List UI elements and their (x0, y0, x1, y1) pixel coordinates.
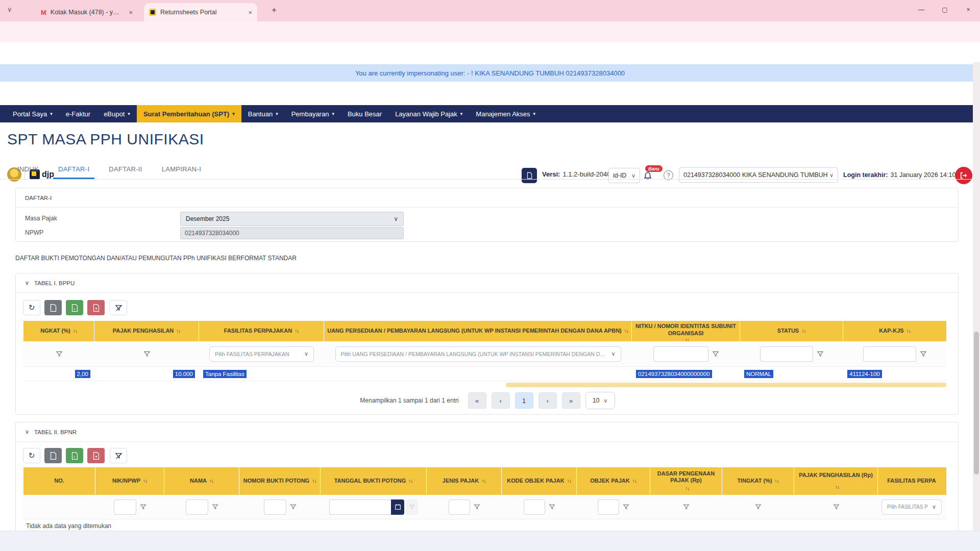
clear-filter-button[interactable] (110, 300, 127, 315)
sort-icon[interactable]: ↑↓ (312, 478, 316, 485)
sort-icon[interactable]: ↑↓ (835, 484, 839, 491)
filter-tingkat2-cell[interactable] (722, 495, 794, 519)
filter-objek-cell (577, 495, 650, 519)
collapse-chevron-icon[interactable]: ∨ (25, 429, 29, 435)
filter-nomor-input[interactable] (264, 499, 286, 515)
scrollbar-thumb[interactable] (974, 332, 979, 474)
funnel-icon[interactable] (712, 350, 719, 358)
funnel-icon[interactable] (474, 504, 480, 510)
collapse-chevron-icon[interactable]: ∨ (25, 280, 29, 286)
page-scrollbar[interactable] (973, 62, 980, 531)
browser-tab-gmail[interactable]: M Kotak Masuk (478) - yollafricilia × (36, 3, 138, 21)
maximize-button[interactable]: ▢ (933, 0, 957, 19)
close-tab-icon[interactable]: × (129, 9, 133, 16)
sort-icon[interactable]: ↑↓ (624, 328, 628, 335)
nav-item-layanan-wajib-pajak[interactable]: Layanan Wajib Pajak▾ (388, 105, 469, 122)
tab-search-icon[interactable]: ∨ (7, 6, 12, 13)
minimize-button[interactable]: — (910, 0, 933, 19)
tabel1-header[interactable]: ∨ TABEL I. BPPU (16, 273, 958, 293)
export-pdf-button[interactable] (87, 448, 105, 463)
col-fasilitas2: FASILITAS PERPA (878, 467, 945, 495)
sort-icon[interactable]: ↑↓ (295, 328, 299, 335)
sort-icon[interactable]: ↑↓ (801, 328, 805, 335)
horizontal-scrollbar-thumb[interactable] (506, 383, 946, 387)
filter-jenis-input[interactable] (449, 499, 470, 515)
sort-icon[interactable]: ↑↓ (73, 328, 77, 335)
refresh-button[interactable]: ↻ (23, 300, 40, 315)
sort-icon[interactable]: ↑↓ (685, 486, 690, 492)
funnel-icon[interactable] (212, 504, 218, 510)
filter-status-input[interactable] (760, 346, 813, 362)
export-csv-button[interactable] (44, 448, 62, 463)
clear-filter-button[interactable] (110, 448, 127, 463)
sort-icon[interactable]: ↑↓ (176, 328, 180, 335)
tab-daftar-i[interactable]: DAFTAR-I (53, 160, 94, 179)
filter-pajak2-cell[interactable] (794, 495, 878, 519)
filter-nama-input[interactable] (186, 499, 208, 515)
prev-page-button[interactable]: ‹ (492, 392, 510, 409)
funnel-icon[interactable] (549, 504, 555, 510)
calendar-button[interactable] (391, 499, 404, 515)
sort-icon[interactable]: ↑↓ (775, 478, 779, 485)
sort-icon[interactable]: ↑↓ (481, 478, 485, 485)
nav-item-buku-besar[interactable]: Buku Besar (341, 105, 388, 122)
nav-item-surat-pemberitahuan[interactable]: Surat Pemberitahuan (SPT)▾ (137, 105, 241, 122)
cell-tingkat: 2,00 (23, 367, 94, 381)
first-page-button[interactable]: « (468, 392, 486, 409)
funnel-icon[interactable] (920, 350, 927, 358)
sort-icon[interactable]: ↑↓ (567, 478, 571, 485)
funnel-icon[interactable] (140, 504, 146, 510)
filter-fasilitas2-select[interactable]: Pilih FASILITAS PERPAJAK∨ (881, 499, 942, 515)
sort-icon[interactable]: ↑↓ (408, 478, 412, 485)
refresh-button[interactable]: ↻ (23, 448, 40, 463)
export-excel-button[interactable]: x (66, 300, 83, 315)
sort-icon[interactable]: ↑↓ (632, 478, 636, 485)
tabel2-header[interactable]: ∨ TABEL II. BPNR (16, 422, 958, 442)
sort-icon[interactable]: ↑↓ (143, 478, 147, 485)
filter-kode-input[interactable] (524, 499, 545, 515)
new-tab-button[interactable]: + (272, 5, 277, 15)
page-size-select[interactable]: 10∨ (585, 392, 615, 409)
sort-icon[interactable]: ↑↓ (906, 328, 911, 335)
filter-dpp-cell[interactable] (650, 495, 722, 519)
export-pdf-button[interactable] (87, 300, 105, 315)
export-excel-button[interactable]: x (66, 448, 83, 463)
funnel-icon[interactable] (817, 350, 824, 358)
filter-kapkjs-input[interactable] (863, 346, 916, 362)
funnel-icon[interactable] (290, 504, 297, 510)
filter-fasilitas-select[interactable]: Pilih FASILITAS PERPAJAKAN∨ (209, 346, 314, 362)
filter-nik-input[interactable] (114, 499, 136, 515)
filter-uang-select[interactable]: Pilih UANG PERSEDIAAN / PEMBAYARAN LANGS… (335, 346, 621, 362)
export-csv-button[interactable] (44, 300, 62, 315)
filter-tanggal-input[interactable] (329, 499, 391, 515)
last-page-button[interactable]: » (562, 392, 580, 409)
nav-item-e-faktur[interactable]: e-Faktur (59, 105, 97, 122)
close-tab-icon[interactable]: × (248, 9, 252, 16)
nav-item-portal-saya[interactable]: Portal Saya▾ (6, 105, 59, 122)
tab-daftar-ii[interactable]: DAFTAR-II (104, 160, 147, 179)
sort-icon[interactable]: ↑↓ (209, 478, 213, 485)
browser-tab-returnsheets[interactable]: Returnsheets Portal × (144, 3, 257, 21)
nav-item-bantuan[interactable]: Bantuan▾ (241, 105, 285, 122)
chevron-down-icon: ∨ (928, 504, 936, 510)
table-row[interactable]: 2,00 10.000 Tanpa Fasilitas 021493732803… (23, 367, 946, 381)
tab-lampiran-i[interactable]: LAMPIRAN-I (157, 160, 206, 179)
npwp-field[interactable] (180, 227, 404, 239)
filter-nitku-input[interactable] (653, 346, 708, 362)
funnel-icon[interactable] (623, 504, 629, 510)
tab-title: Returnsheets Portal (160, 9, 216, 16)
empty-table-text: Tidak ada data yang ditemukan (26, 522, 111, 530)
close-window-button[interactable]: × (957, 0, 980, 19)
filter-pajak[interactable] (94, 341, 199, 366)
page-title: SPT MASA PPH UNIFIKASI (7, 131, 204, 148)
next-page-button[interactable]: › (538, 392, 557, 409)
page-number-button[interactable]: 1 (515, 392, 533, 409)
masa-pajak-select[interactable]: Desember 2025 ∨ (180, 212, 404, 226)
filter-tingkat[interactable] (23, 341, 94, 366)
filter-objek-input[interactable] (598, 499, 619, 515)
filter-nik-cell (95, 495, 164, 519)
nav-item-manajemen-akses[interactable]: Manajemen Akses▾ (469, 105, 542, 122)
tab-induk[interactable]: INDUK (12, 160, 44, 179)
nav-item-ebupot[interactable]: eBupot▾ (97, 105, 137, 122)
nav-item-pembayaran[interactable]: Pembayaran▾ (285, 105, 341, 122)
